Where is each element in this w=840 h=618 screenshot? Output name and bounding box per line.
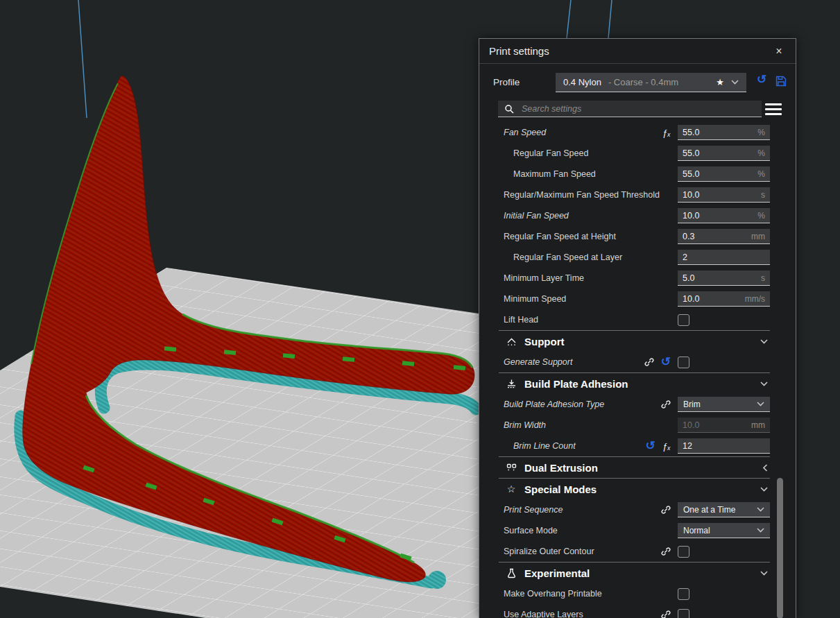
- setting-row-surface-mode[interactable]: Surface Mode Normal: [479, 520, 796, 541]
- close-icon[interactable]: ×: [772, 46, 786, 57]
- setting-row-lift-head[interactable]: Lift Head: [479, 309, 796, 330]
- function-icon[interactable]: ƒₓ: [662, 128, 671, 138]
- chevron-left-icon[interactable]: [763, 464, 768, 472]
- setting-label: Regular Fan Speed at Layer: [513, 252, 678, 262]
- setting-label: Use Adaptive Layers: [504, 610, 661, 618]
- setting-row-fan-speed-layer[interactable]: Regular Fan Speed at Layer 2: [479, 247, 796, 268]
- setting-label: Minimum Speed: [504, 294, 678, 304]
- profile-row: Profile 0.4 Nylon - Coarse - 0.4mm ★ ↺: [479, 64, 796, 122]
- reset-icon[interactable]: ↺: [646, 441, 655, 451]
- build-plate-adhesion-icon: [506, 379, 517, 389]
- fan-speed-layer-input[interactable]: 2: [678, 250, 770, 265]
- setting-row-use-adaptive-layers[interactable]: Use Adaptive Layers: [479, 604, 796, 618]
- chevron-down-icon[interactable]: [760, 381, 768, 386]
- profile-detail: - Coarse - 0.4mm: [608, 77, 709, 87]
- setting-row-regular-fan-speed[interactable]: Regular Fan Speed 55.0 %: [479, 143, 796, 164]
- print-sequence-dropdown[interactable]: One at a Time: [678, 502, 770, 517]
- special-modes-star-icon: ☆: [506, 483, 517, 495]
- fan-speed-height-input[interactable]: 0.3 mm: [678, 229, 770, 244]
- setting-label: Brim Line Count: [513, 441, 646, 451]
- link-icon[interactable]: [661, 610, 671, 618]
- setting-label: Make Overhang Printable: [504, 589, 678, 599]
- chevron-down-icon: [757, 507, 764, 512]
- setting-row-adhesion-type[interactable]: Build Plate Adhesion Type Brim: [479, 394, 796, 415]
- search-icon: [504, 104, 514, 114]
- generate-support-checkbox[interactable]: [678, 357, 689, 368]
- adhesion-type-dropdown[interactable]: Brim: [678, 397, 770, 412]
- setting-label: Print Sequence: [504, 505, 661, 515]
- use-adaptive-layers-checkbox[interactable]: [678, 609, 689, 618]
- cura-window: Print settings × Profile 0.4 Nylon - Coa…: [0, 0, 840, 618]
- setting-label: Generate Support: [504, 357, 644, 367]
- maximum-fan-speed-input[interactable]: 55.0 %: [678, 166, 770, 182]
- regular-fan-speed-input[interactable]: 55.0 %: [678, 146, 770, 161]
- favorite-star-icon[interactable]: ★: [716, 77, 724, 87]
- fan-speed-threshold-input[interactable]: 10.0 s: [678, 187, 770, 203]
- initial-fan-speed-input[interactable]: 10.0 %: [678, 208, 770, 223]
- lift-head-checkbox[interactable]: [678, 314, 689, 326]
- section-header-experimental[interactable]: Experimental: [479, 563, 796, 583]
- setting-label: Minimum Layer Time: [504, 273, 678, 283]
- settings-list[interactable]: Fan Speed ƒₓ 55.0 % Regular Fan Speed 55…: [479, 122, 796, 618]
- section-header-support[interactable]: Support: [479, 331, 796, 352]
- setting-label: Surface Mode: [504, 526, 678, 535]
- settings-visibility-menu-icon[interactable]: [765, 103, 782, 115]
- profile-label: Profile: [493, 77, 520, 87]
- section-header-special-modes[interactable]: ☆ Special Modes: [479, 479, 796, 499]
- setting-label: Lift Head: [504, 315, 678, 325]
- print-settings-panel: Print settings × Profile 0.4 Nylon - Coa…: [479, 38, 796, 618]
- setting-label: Regular/Maximum Fan Speed Threshold: [504, 190, 678, 200]
- setting-row-print-sequence[interactable]: Print Sequence One at a Time: [479, 499, 796, 520]
- min-layer-time-input[interactable]: 5.0 s: [678, 271, 770, 286]
- setting-row-fan-speed-height[interactable]: Regular Fan Speed at Height 0.3 mm: [479, 226, 796, 247]
- section-title: Dual Extrusion: [524, 462, 755, 474]
- experimental-flask-icon: [506, 568, 517, 578]
- make-overhang-printable-checkbox[interactable]: [678, 588, 689, 600]
- chevron-down-icon: [757, 528, 764, 533]
- search-input[interactable]: [520, 103, 755, 114]
- scrollbar-thumb[interactable]: [777, 478, 783, 618]
- chevron-down-icon[interactable]: [760, 571, 768, 576]
- panel-title: Print settings: [489, 45, 772, 57]
- section-header-build-plate-adhesion[interactable]: Build Plate Adhesion: [479, 373, 796, 394]
- min-speed-input[interactable]: 10.0 mm/s: [678, 291, 770, 307]
- link-icon[interactable]: [661, 547, 671, 556]
- save-profile-icon[interactable]: [775, 76, 787, 87]
- setting-row-generate-support[interactable]: Generate Support ↺: [479, 352, 796, 372]
- chevron-down-icon[interactable]: [760, 487, 768, 492]
- setting-row-maximum-fan-speed[interactable]: Maximum Fan Speed 55.0 %: [479, 164, 796, 184]
- fan-speed-input[interactable]: 55.0 %: [678, 125, 770, 140]
- setting-label: Brim Width: [504, 420, 678, 430]
- profile-dropdown[interactable]: 0.4 Nylon - Coarse - 0.4mm ★: [556, 73, 746, 92]
- setting-row-brim-width[interactable]: Brim Width 10.0 mm: [479, 415, 796, 436]
- link-icon[interactable]: [661, 400, 671, 409]
- setting-label: Fan Speed: [504, 128, 662, 137]
- panel-header[interactable]: Print settings ×: [479, 39, 796, 64]
- chevron-down-icon: [731, 80, 739, 85]
- section-title: Special Modes: [524, 483, 753, 495]
- setting-row-initial-fan-speed[interactable]: Initial Fan Speed 10.0 %: [479, 205, 796, 226]
- reset-icon[interactable]: ↺: [661, 357, 671, 367]
- setting-label: Spiralize Outer Contour: [504, 547, 661, 556]
- section-header-dual-extrusion[interactable]: Dual Extrusion: [479, 457, 796, 478]
- setting-row-min-layer-time[interactable]: Minimum Layer Time 5.0 s: [479, 268, 796, 289]
- chevron-down-icon[interactable]: [760, 339, 768, 344]
- setting-row-min-speed[interactable]: Minimum Speed 10.0 mm/s: [479, 289, 796, 309]
- reset-profile-icon[interactable]: ↺: [754, 75, 769, 85]
- function-icon[interactable]: ƒₓ: [662, 441, 671, 452]
- setting-row-spiralize[interactable]: Spiralize Outer Contour: [479, 541, 796, 562]
- link-icon[interactable]: [661, 505, 671, 515]
- dual-extrusion-icon: [506, 463, 517, 472]
- setting-row-brim-line-count[interactable]: Brim Line Count ↺ ƒₓ 12: [479, 436, 796, 456]
- link-icon[interactable]: [644, 357, 654, 367]
- setting-row-fan-speed[interactable]: Fan Speed ƒₓ 55.0 %: [479, 122, 796, 143]
- brim-line-count-input[interactable]: 12: [678, 438, 770, 454]
- spiralize-checkbox[interactable]: [678, 546, 689, 558]
- setting-label: Maximum Fan Speed: [513, 169, 678, 179]
- search-box[interactable]: [498, 101, 762, 117]
- brim-width-input: 10.0 mm: [678, 418, 770, 433]
- surface-mode-dropdown[interactable]: Normal: [678, 523, 770, 538]
- setting-label: Initial Fan Speed: [504, 211, 678, 221]
- setting-row-fan-speed-threshold[interactable]: Regular/Maximum Fan Speed Threshold 10.0…: [479, 184, 796, 205]
- setting-row-make-overhang-printable[interactable]: Make Overhang Printable: [479, 583, 796, 604]
